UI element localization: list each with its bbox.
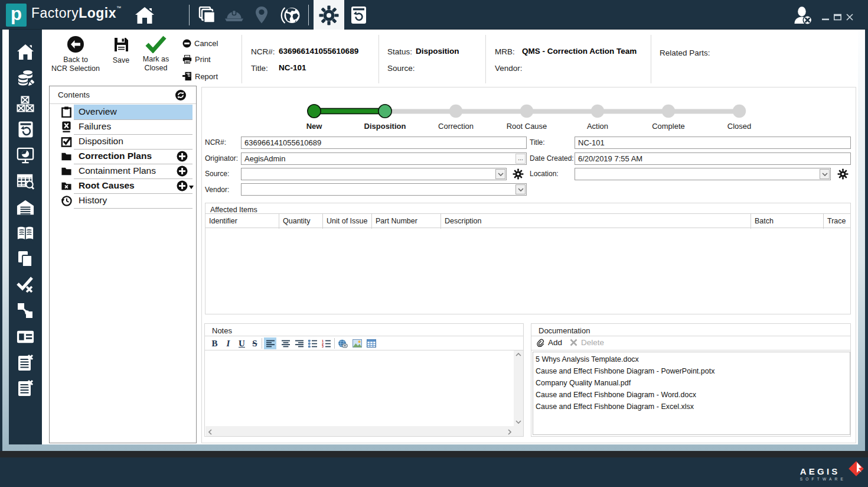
file-item[interactable]: Company Quality Manual.pdf <box>536 377 714 389</box>
step-closed[interactable]: Closed <box>707 122 772 131</box>
originator-browse-button[interactable]: ... <box>515 154 526 164</box>
contents-item-overview[interactable]: Overview <box>50 105 196 119</box>
insert-image-button[interactable] <box>351 337 363 349</box>
underline-button[interactable]: U <box>236 337 248 349</box>
vendor-dropdown-button[interactable] <box>515 184 526 194</box>
globe-icon[interactable] <box>279 0 303 30</box>
source-settings-gear-icon[interactable] <box>513 168 524 180</box>
sidebar-check-x-icon[interactable] <box>17 276 34 294</box>
form-source-select[interactable] <box>241 168 507 180</box>
bold-button[interactable]: B <box>208 337 221 349</box>
sidebar-book-icon[interactable] <box>17 225 34 242</box>
back-to-ncr-selection-button[interactable]: Back toNCR Selection <box>48 35 103 73</box>
form-originator-input[interactable]: AegisAdmin ... <box>241 152 527 165</box>
contents-item-root-causes[interactable]: Root Causes <box>50 178 196 193</box>
save-button[interactable]: Save <box>106 37 136 65</box>
form-location-select[interactable] <box>575 168 831 180</box>
location-dropdown-button[interactable] <box>820 169 830 179</box>
step-disposition[interactable]: Disposition <box>353 122 417 131</box>
sidebar-table-search-icon[interactable] <box>17 173 34 190</box>
step-correction[interactable]: Correction <box>423 122 488 131</box>
affected-items-table-body[interactable] <box>205 228 850 314</box>
location-pin-icon[interactable] <box>253 0 270 30</box>
form-vendor-select[interactable] <box>241 183 527 196</box>
close-button[interactable] <box>843 11 856 24</box>
print-button[interactable]: Print <box>182 55 211 64</box>
ncr-history-icon[interactable] <box>348 0 369 30</box>
chevron-down-icon <box>518 188 524 191</box>
minimize-button[interactable] <box>819 11 832 24</box>
file-item[interactable]: Cause and Effect Fishbone Diagram - Powe… <box>536 365 714 377</box>
sidebar-document-history-icon[interactable] <box>17 121 34 138</box>
step-complete[interactable]: Complete <box>636 122 701 131</box>
scroll-right-icon[interactable] <box>508 429 511 435</box>
column-header-part-number[interactable]: Part Number <box>372 214 441 229</box>
form-date-created-input[interactable]: 6/20/2019 7:55 AM <box>575 152 851 165</box>
contents-item-failures[interactable]: Failures <box>50 119 196 134</box>
cancel-button[interactable]: Cancel <box>182 39 218 48</box>
italic-button[interactable]: I <box>222 337 234 349</box>
align-right-button[interactable] <box>293 337 305 349</box>
contents-item-containment-plans[interactable]: Containment Plans <box>50 164 196 178</box>
add-containment-plan-button[interactable] <box>177 165 188 177</box>
add-root-cause-button[interactable] <box>177 180 188 191</box>
column-header-identifier[interactable]: Identifier <box>205 214 279 229</box>
user-logout-icon[interactable] <box>792 0 814 30</box>
file-item[interactable]: 5 Whys Analysis Template.docx <box>536 353 714 365</box>
notes-horizontal-scrollbar[interactable] <box>205 426 523 436</box>
align-left-button[interactable] <box>264 337 276 349</box>
column-header-batch[interactable]: Batch <box>751 214 824 229</box>
maximize-button[interactable] <box>831 11 844 24</box>
step-action[interactable]: Action <box>565 122 630 131</box>
location-settings-gear-icon[interactable] <box>837 168 849 180</box>
sidebar-crates-icon[interactable] <box>17 95 34 113</box>
column-header-trace[interactable]: Trace <box>824 214 851 229</box>
insert-link-button[interactable] <box>337 337 349 349</box>
file-item[interactable]: Cause and Effect Fishbone Diagram - Exce… <box>536 401 714 413</box>
scroll-left-icon[interactable] <box>208 429 212 435</box>
contents-item-disposition[interactable]: Disposition <box>50 134 196 149</box>
home-icon[interactable] <box>133 0 156 30</box>
refresh-icon[interactable] <box>175 89 187 101</box>
sidebar-warehouse-icon[interactable] <box>17 199 34 216</box>
file-item[interactable]: Cause and Effect Fishbone Diagram - Word… <box>536 389 714 401</box>
contents-item-correction-plans[interactable]: Correction Plans <box>50 149 196 164</box>
sidebar-list-edit-icon[interactable] <box>17 379 34 397</box>
insert-table-button[interactable] <box>365 337 377 349</box>
column-header-description[interactable]: Description <box>441 214 751 229</box>
documents-icon[interactable] <box>195 0 217 30</box>
report-button[interactable]: Report <box>182 72 218 81</box>
delete-document-button[interactable]: Delete <box>570 338 604 347</box>
root-cause-menu-arrow-icon[interactable] <box>189 186 194 189</box>
sidebar-dashboard-icon[interactable] <box>17 147 34 164</box>
notes-vertical-scrollbar[interactable] <box>514 350 523 426</box>
toolbar-divider <box>242 35 242 83</box>
column-header-unit-of-issue[interactable]: Unit of Issue <box>323 214 372 229</box>
bullet-list-button[interactable] <box>306 337 319 349</box>
sidebar-id-card-icon[interactable] <box>17 328 34 346</box>
strikethrough-button[interactable]: S <box>249 337 261 349</box>
form-title-input[interactable]: NC-101 <box>575 137 851 149</box>
settings-tab-selected[interactable] <box>314 0 344 30</box>
contents-item-history[interactable]: History <box>50 193 196 208</box>
sidebar-database-edit-icon[interactable] <box>17 69 34 87</box>
align-center-button[interactable] <box>279 337 292 349</box>
sidebar-copy-pages-icon[interactable] <box>17 250 34 268</box>
add-correction-plan-button[interactable] <box>177 151 188 162</box>
hardhat-icon[interactable] <box>223 0 245 30</box>
source-dropdown-button[interactable] <box>495 169 505 179</box>
step-new[interactable]: New <box>282 122 347 131</box>
mark-as-closed-button[interactable]: Mark asClosed <box>133 35 179 72</box>
numbered-list-button[interactable]: 123 <box>320 337 332 349</box>
column-header-quantity[interactable]: Quantity <box>279 214 323 229</box>
sidebar-transfer-icon[interactable] <box>17 302 34 320</box>
form-ncr-input[interactable]: 636966141055610689 <box>241 137 527 149</box>
gear-icon <box>318 5 340 26</box>
sidebar-home-icon[interactable] <box>17 43 34 61</box>
notes-text-area[interactable] <box>205 350 514 426</box>
step-root-cause[interactable]: Root Cause <box>494 122 559 131</box>
sidebar-list-x-icon[interactable] <box>17 354 34 372</box>
scroll-down-icon[interactable] <box>515 420 521 424</box>
scroll-up-icon[interactable] <box>515 353 521 356</box>
add-document-button[interactable]: Add <box>536 338 562 347</box>
